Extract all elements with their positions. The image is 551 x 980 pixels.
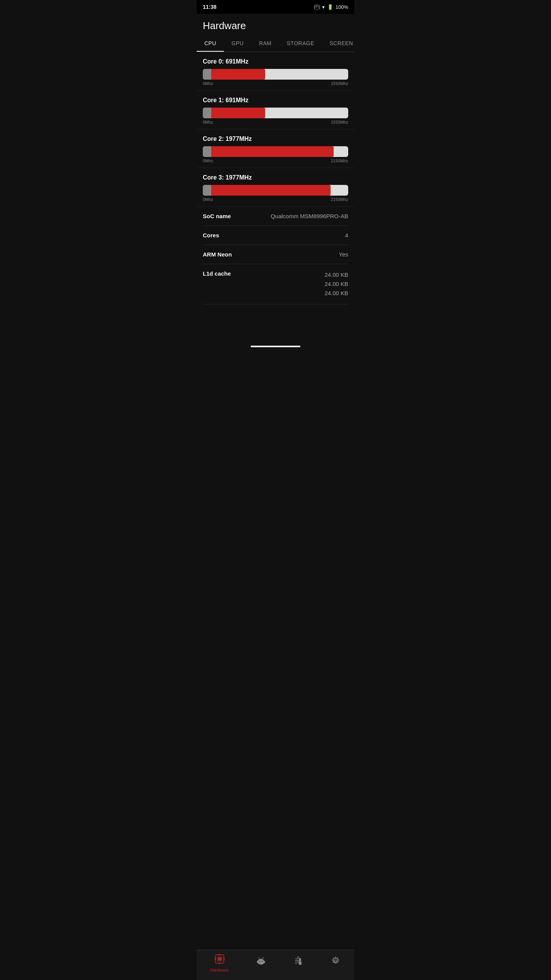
tab-bar[interactable]: CPU GPU RAM STORAGE SCREEN A (197, 35, 354, 52)
status-icons: 📳 ▾ 🔋 100% (314, 4, 348, 10)
core-3-max: 2150Mhz (331, 197, 348, 202)
core-0-thumb (203, 69, 211, 80)
core-2-thumb (203, 146, 211, 157)
content-area: Core 0: 691MHz 0Mhz 1593Mhz Core 1: 691M… (197, 52, 354, 343)
cores-label: Cores (203, 232, 249, 238)
tab-screen[interactable]: SCREEN (322, 35, 354, 52)
core-1-max: 1593Mhz (331, 120, 348, 124)
core-3-section: Core 3: 1977MHz 0Mhz 2150Mhz (197, 168, 354, 207)
core-1-fill (211, 108, 265, 118)
core-3-progress (203, 185, 348, 196)
soc-label: SoC name (203, 213, 249, 219)
cores-row: Cores 4 (203, 226, 348, 245)
arm-neon-label: ARM Neon (203, 251, 249, 258)
battery-percent: 100% (336, 4, 348, 10)
l1d-cache-label: L1d cache (203, 270, 249, 277)
core-2-section: Core 2: 1977MHz 0Mhz 2150Mhz (197, 129, 354, 168)
core-2-max: 2150Mhz (331, 158, 348, 163)
core-0-progress (203, 69, 348, 80)
wifi-icon: ▾ (322, 4, 325, 10)
core-0-section: Core 0: 691MHz 0Mhz 1593Mhz (197, 52, 354, 91)
cpu-info-section: SoC name Qualcomm MSM8996PRO-AB Cores 4 … (197, 207, 354, 304)
l1d-cache-row: L1d cache 24.00 KB24.00 KB24.00 KB (203, 264, 348, 304)
home-indicator (251, 346, 300, 347)
arm-neon-value: Yes (249, 251, 348, 258)
core-2-title: Core 2: 1977MHz (203, 136, 348, 142)
l1d-cache-value: 24.00 KB24.00 KB24.00 KB (249, 270, 348, 298)
core-0-labels: 0Mhz 1593Mhz (203, 81, 348, 86)
app-header: Hardware (197, 14, 354, 35)
vibrate-icon: 📳 (314, 4, 320, 10)
status-time: 11:38 (203, 4, 217, 10)
core-1-labels: 0Mhz 1593Mhz (203, 120, 348, 124)
core-1-min: 0Mhz (203, 120, 213, 124)
core-3-min: 0Mhz (203, 197, 213, 202)
core-0-min: 0Mhz (203, 81, 213, 86)
core-2-labels: 0Mhz 2150Mhz (203, 158, 348, 163)
core-3-thumb (203, 185, 211, 196)
tab-storage[interactable]: STORAGE (279, 35, 322, 52)
core-3-title: Core 3: 1977MHz (203, 174, 348, 181)
status-bar: 11:38 📳 ▾ 🔋 100% (197, 0, 354, 14)
core-2-min: 0Mhz (203, 158, 213, 163)
page-title: Hardware (203, 20, 348, 32)
soc-value: Qualcomm MSM8996PRO-AB (249, 213, 348, 219)
tab-cpu[interactable]: CPU (197, 35, 224, 52)
core-1-progress (203, 108, 348, 118)
core-3-labels: 0Mhz 2150Mhz (203, 197, 348, 202)
core-2-progress (203, 146, 348, 157)
core-1-title: Core 1: 691MHz (203, 97, 348, 104)
core-1-section: Core 1: 691MHz 0Mhz 1593Mhz (197, 91, 354, 129)
tab-gpu[interactable]: GPU (224, 35, 251, 52)
arm-neon-row: ARM Neon Yes (203, 245, 348, 264)
core-0-max: 1593Mhz (331, 81, 348, 86)
tab-ram[interactable]: RAM (251, 35, 279, 52)
core-2-fill (211, 146, 334, 157)
cores-value: 4 (249, 232, 348, 238)
battery-icon: 🔋 (327, 4, 333, 10)
soc-row: SoC name Qualcomm MSM8996PRO-AB (203, 207, 348, 226)
core-1-thumb (203, 108, 211, 118)
core-0-fill (211, 69, 265, 80)
core-3-fill (211, 185, 331, 196)
core-0-title: Core 0: 691MHz (203, 58, 348, 65)
